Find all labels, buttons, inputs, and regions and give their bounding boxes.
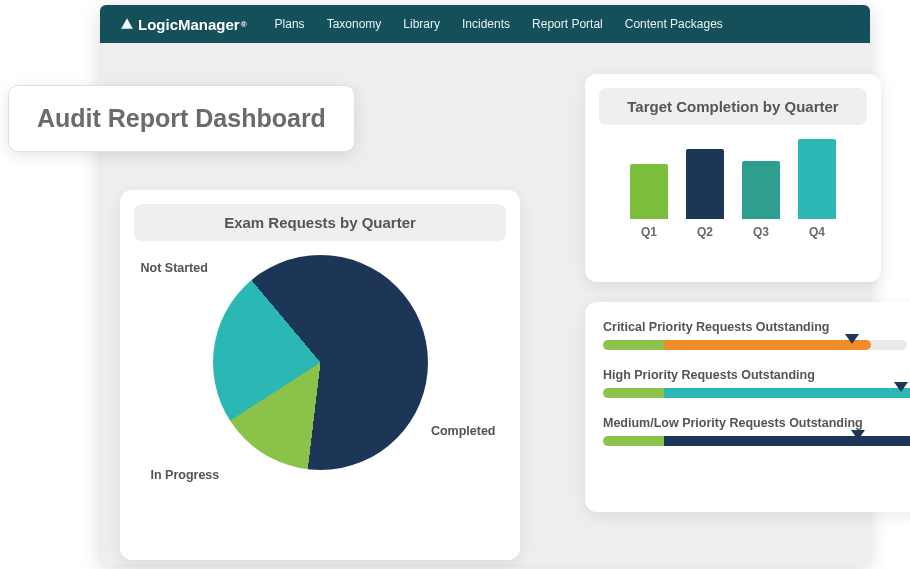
nav-items: Plans Taxonomy Library Incidents Report …: [275, 17, 723, 31]
progress-row: Critical Priority Requests Outstanding: [603, 320, 907, 350]
progress-seg-1: [603, 388, 664, 398]
bar: [686, 149, 724, 219]
brand-logo[interactable]: LogicManager ®: [120, 16, 247, 33]
nav-item-incidents[interactable]: Incidents: [462, 17, 510, 31]
progress-marker-icon: [845, 334, 859, 344]
pie-chart-wrap: Not Started Completed In Progress: [213, 255, 428, 470]
bar: [798, 139, 836, 219]
bar-col: Q4: [798, 139, 836, 239]
brand-text: LogicManager: [138, 16, 240, 33]
pie-chart: [213, 255, 428, 470]
progress-marker-icon: [894, 382, 908, 392]
progress-seg-2: [664, 388, 910, 398]
progress-row: Medium/Low Priority Requests Outstanding: [603, 416, 907, 446]
bar-chart: Q1Q2Q3Q4: [585, 139, 881, 239]
bar-label: Q3: [753, 225, 769, 239]
pie-chart-title: Exam Requests by Quarter: [134, 204, 506, 241]
bar-label: Q2: [697, 225, 713, 239]
page-title-card: Audit Report Dashboard: [8, 85, 355, 152]
progress-card: Critical Priority Requests OutstandingHi…: [585, 302, 910, 512]
pie-label-completed: Completed: [431, 424, 496, 438]
pie-label-not-started: Not Started: [141, 261, 208, 275]
bar-label: Q4: [809, 225, 825, 239]
nav-item-report-portal[interactable]: Report Portal: [532, 17, 603, 31]
progress-seg-1: [603, 340, 664, 350]
bar: [630, 164, 668, 219]
progress-title: High Priority Requests Outstanding: [603, 368, 907, 382]
progress-title: Medium/Low Priority Requests Outstanding: [603, 416, 907, 430]
bar-chart-card: Target Completion by Quarter Q1Q2Q3Q4: [585, 74, 881, 282]
pie-chart-card: Exam Requests by Quarter Not Started Com…: [120, 190, 520, 560]
nav-item-taxonomy[interactable]: Taxonomy: [327, 17, 382, 31]
bar-col: Q1: [630, 164, 668, 239]
pie-label-in-progress: In Progress: [151, 468, 220, 482]
bar-chart-title: Target Completion by Quarter: [599, 88, 867, 125]
page-title: Audit Report Dashboard: [37, 104, 326, 133]
nav-item-library[interactable]: Library: [403, 17, 440, 31]
progress-seg-2: [664, 340, 871, 350]
nav-item-plans[interactable]: Plans: [275, 17, 305, 31]
tm-mark: ®: [241, 20, 247, 29]
progress-bar: [603, 436, 907, 446]
progress-title: Critical Priority Requests Outstanding: [603, 320, 907, 334]
progress-seg-1: [603, 436, 664, 446]
progress-bar: [603, 340, 907, 350]
navbar: LogicManager ® Plans Taxonomy Library In…: [100, 5, 870, 43]
progress-bar: [603, 388, 907, 398]
nav-item-content-packages[interactable]: Content Packages: [625, 17, 723, 31]
logo-icon: [120, 17, 134, 31]
progress-marker-icon: [851, 430, 865, 440]
progress-row: High Priority Requests Outstanding: [603, 368, 907, 398]
bar-col: Q3: [742, 161, 780, 239]
progress-seg-2: [664, 436, 910, 446]
bar: [742, 161, 780, 219]
bar-col: Q2: [686, 149, 724, 239]
bar-label: Q1: [641, 225, 657, 239]
